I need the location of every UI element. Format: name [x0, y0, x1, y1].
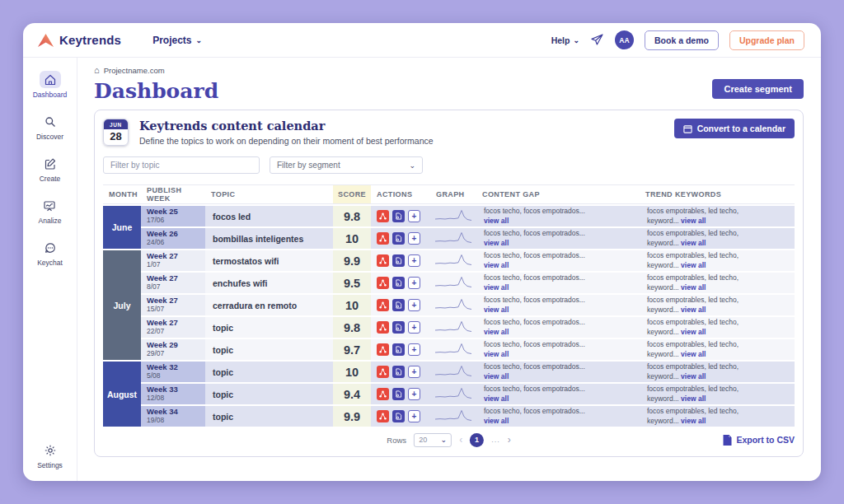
view-all-link[interactable]: view all: [681, 328, 706, 336]
edit-icon: [40, 155, 61, 172]
actions-cell: +: [371, 228, 430, 249]
view-all-link[interactable]: view all: [681, 306, 706, 314]
document-action-button[interactable]: [392, 410, 405, 422]
view-all-link[interactable]: view all: [681, 261, 706, 269]
logo[interactable]: Keytrends: [38, 33, 121, 47]
document-action-button[interactable]: [392, 321, 405, 334]
page-number-button[interactable]: 1: [470, 433, 484, 447]
send-icon[interactable]: [590, 33, 604, 47]
filter-segment-select[interactable]: Filter by segment ⌄: [270, 156, 423, 174]
view-all-link[interactable]: view all: [484, 328, 509, 336]
actions-cell: +: [371, 384, 430, 404]
plus-icon: +: [412, 235, 417, 243]
sidebar-item-create[interactable]: Create: [40, 155, 61, 183]
date-badge-day: 28: [104, 129, 128, 145]
content-gap-cell: focos techo, focos empotrados... view al…: [476, 295, 640, 315]
create-segment-button[interactable]: Create segment: [712, 79, 804, 99]
calendar-icon: [683, 124, 692, 133]
score-cell: 9.5: [333, 273, 371, 293]
add-action-button[interactable]: +: [408, 299, 420, 311]
view-all-link[interactable]: view all: [484, 394, 509, 403]
document-action-button[interactable]: [392, 388, 405, 400]
trend-keywords-cell: focos empotrables, led techo, keyword...…: [640, 406, 795, 427]
add-action-button[interactable]: +: [408, 343, 420, 356]
sparkline-icon: [434, 363, 472, 381]
avatar[interactable]: AA: [615, 30, 634, 49]
view-all-link[interactable]: view all: [681, 372, 706, 380]
export-csv-button[interactable]: Export to CSV: [723, 435, 795, 446]
sparkline-icon: [434, 408, 472, 426]
trend-sparkline: [430, 317, 476, 338]
next-page-button[interactable]: ›: [508, 434, 511, 446]
share-action-button[interactable]: [377, 410, 389, 422]
view-all-link[interactable]: view all: [681, 239, 706, 247]
week-date: 22/07: [147, 328, 164, 336]
topic-cell: topic: [205, 362, 333, 382]
share-icon: [379, 366, 387, 378]
sidebar: Dashboard Discover Create: [23, 58, 77, 481]
view-all-link[interactable]: view all: [484, 239, 509, 247]
view-all-link[interactable]: view all: [681, 394, 706, 403]
projects-dropdown[interactable]: Projects ⌄: [152, 35, 202, 46]
document-action-button[interactable]: [392, 210, 405, 222]
share-action-button[interactable]: [377, 343, 389, 356]
share-action-button[interactable]: [377, 321, 389, 334]
document-gear-icon: [395, 366, 402, 378]
view-all-link[interactable]: view all: [681, 283, 706, 292]
add-action-button[interactable]: +: [408, 210, 420, 222]
content-gap-cell: focos techo, focos empotrados... view al…: [476, 317, 640, 338]
add-action-button[interactable]: +: [408, 366, 420, 378]
filter-topic-input[interactable]: [103, 156, 260, 174]
add-action-button[interactable]: +: [408, 321, 420, 334]
share-action-button[interactable]: [377, 388, 389, 400]
prev-page-button[interactable]: ‹: [459, 434, 462, 446]
view-all-link[interactable]: view all: [681, 350, 706, 358]
topic-cell: topic: [205, 384, 333, 404]
sidebar-item-keychat[interactable]: Keychat: [37, 239, 63, 267]
view-all-link[interactable]: view all: [681, 417, 706, 425]
view-all-link[interactable]: view all: [484, 261, 509, 269]
publish-week-cell: Week 3312/08: [141, 384, 205, 404]
sidebar-item-dashboard[interactable]: Dashboard: [33, 71, 68, 99]
book-demo-button[interactable]: Book a demo: [645, 30, 719, 50]
sidebar-item-analize[interactable]: Analize: [39, 197, 62, 225]
add-action-button[interactable]: +: [408, 254, 420, 267]
view-all-link[interactable]: view all: [484, 372, 509, 380]
add-action-button[interactable]: +: [408, 388, 420, 400]
document-action-button[interactable]: [392, 232, 405, 245]
document-action-button[interactable]: [392, 254, 405, 267]
plus-icon: +: [412, 212, 417, 221]
share-action-button[interactable]: [377, 277, 389, 289]
view-all-link[interactable]: view all: [484, 283, 509, 292]
share-action-button[interactable]: [377, 210, 389, 222]
share-action-button[interactable]: [377, 366, 389, 378]
trend-sparkline: [430, 384, 476, 404]
share-action-button[interactable]: [377, 254, 389, 267]
view-all-link[interactable]: view all: [484, 306, 509, 314]
topic-cell: bombillas inteligentes: [205, 228, 333, 249]
add-action-button[interactable]: +: [408, 277, 420, 289]
add-action-button[interactable]: +: [408, 410, 420, 422]
convert-label: Convert to a calendar: [697, 124, 785, 133]
convert-to-calendar-button[interactable]: Convert to a calendar: [674, 119, 795, 138]
share-action-button[interactable]: [377, 232, 389, 245]
share-icon: [379, 232, 387, 245]
share-action-button[interactable]: [377, 299, 389, 311]
view-all-link[interactable]: view all: [681, 217, 706, 225]
document-action-button[interactable]: [392, 366, 405, 378]
upgrade-plan-button[interactable]: Upgrade plan: [729, 30, 804, 50]
document-action-button[interactable]: [392, 277, 405, 289]
sidebar-item-discover[interactable]: Discover: [36, 113, 63, 141]
trend-sparkline: [430, 273, 476, 293]
document-action-button[interactable]: [392, 343, 405, 356]
view-all-link[interactable]: view all: [484, 417, 509, 425]
view-all-link[interactable]: view all: [484, 217, 509, 225]
sidebar-item-settings[interactable]: Settings: [37, 441, 63, 469]
document-action-button[interactable]: [392, 299, 405, 311]
add-action-button[interactable]: +: [408, 232, 420, 245]
view-all-link[interactable]: view all: [484, 350, 509, 358]
help-dropdown[interactable]: Help ⌄: [551, 35, 579, 45]
rows-per-page-select[interactable]: 20 ⌄: [414, 433, 452, 447]
breadcrumb[interactable]: ⌂ Projectname.com: [94, 65, 804, 75]
trend-keywords-text: focos empotrables, led techo, keyword...…: [647, 340, 753, 358]
